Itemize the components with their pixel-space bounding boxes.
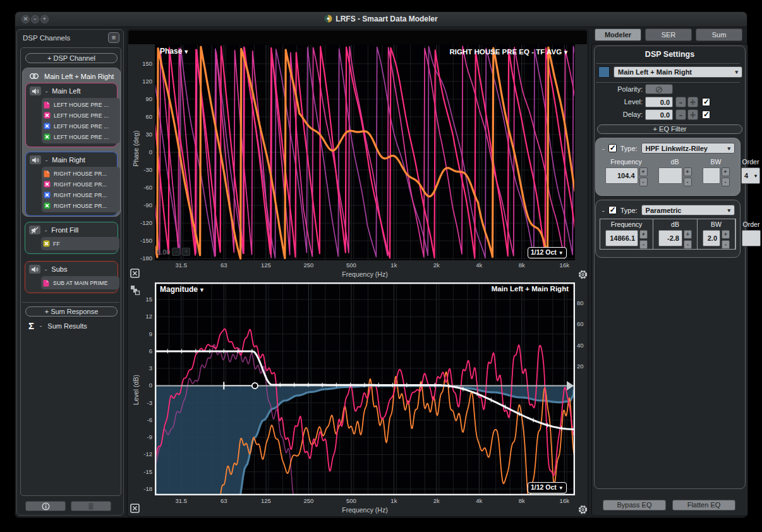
db-field[interactable]: -2.8 — [658, 230, 682, 246]
measurement-item[interactable]: LEFT HOUSE PRE ... — [44, 99, 118, 110]
collapse-dash[interactable]: - — [45, 157, 47, 164]
phase-x-tick: 63 — [221, 262, 227, 269]
measurement-item[interactable]: RIGHT HOUSE PR... — [44, 190, 118, 200]
add-sum-response-button[interactable]: + Sum Response — [25, 306, 118, 317]
db-decrement-button[interactable]: - — [684, 178, 692, 186]
speaker-icon — [32, 157, 39, 164]
tab-ser[interactable]: SER — [645, 28, 692, 41]
order-field[interactable]: 4▾ — [741, 167, 760, 184]
bw-decrement-button[interactable]: - — [722, 178, 730, 186]
delete-button[interactable] — [71, 501, 111, 511]
measurement-item[interactable]: FF — [43, 238, 118, 249]
measurement-item[interactable]: RIGHT HOUSE PR... — [44, 168, 118, 179]
polarity-button[interactable] — [645, 84, 673, 94]
phase-trace-selector[interactable]: RIGHT HOUSE PRE EQ - TF AVG▼ — [449, 48, 569, 56]
frequency-increment-button[interactable]: + — [639, 167, 648, 176]
delay-increment-button[interactable]: + — [687, 109, 698, 120]
close-phase-chart-button[interactable] — [130, 269, 140, 278]
db-decrement-button[interactable]: - — [684, 240, 692, 249]
phase-x-tick: 2k — [433, 262, 440, 269]
collapse-dash[interactable]: - — [45, 227, 47, 234]
db-field[interactable] — [658, 167, 682, 184]
bw-decrement-button[interactable]: - — [722, 240, 730, 249]
phase-offset-control[interactable]: 0.00 - + — [157, 248, 190, 256]
bw-field[interactable]: 2.0 — [703, 230, 720, 246]
channel-group-card[interactable]: Main Left + Main Right-Main LeftLEFT HOU… — [22, 68, 121, 217]
order-field[interactable] — [742, 230, 761, 246]
bw-increment-button[interactable]: + — [722, 230, 730, 239]
channel-select-dropdown[interactable]: Main Left + Main Right▾ — [614, 66, 742, 78]
magnitude-settings-gear-icon[interactable] — [578, 504, 588, 515]
phase-settings-gear-icon[interactable] — [578, 269, 588, 280]
flatten-eq-button[interactable]: Flatten EQ — [672, 500, 735, 511]
frequency-field[interactable]: 14866.1 — [605, 230, 638, 246]
speaker-button[interactable] — [29, 265, 40, 274]
magnitude-right-tick: 20 — [577, 363, 584, 370]
measurement-item[interactable]: RIGHT HOUSE PR... — [44, 200, 118, 211]
phase-x-tick: 500 — [346, 262, 356, 269]
speaker-button[interactable] — [30, 155, 41, 164]
frequency-decrement-button[interactable]: - — [639, 178, 648, 186]
filter-enabled-checkbox[interactable] — [608, 144, 617, 152]
remove-filter-button[interactable]: - — [602, 207, 605, 214]
eq-column-header: Order — [742, 157, 759, 167]
phase-title-dropdown[interactable]: Phase▼ — [160, 47, 189, 56]
delay-decrement-button[interactable]: - — [675, 109, 686, 120]
sidebar-menu-button[interactable]: ≡ — [108, 32, 119, 43]
add-dsp-channel-button[interactable]: + DSP Channel — [25, 53, 118, 63]
sum-results-row[interactable]: Σ-Sum Results — [28, 320, 87, 331]
measurement-item[interactable]: RIGHT HOUSE PR... — [44, 179, 118, 190]
level-label: Level: — [598, 98, 643, 106]
bw-increment-button[interactable]: + — [722, 167, 730, 176]
eq-frequency-handle[interactable] — [252, 383, 258, 389]
measurement-item[interactable]: LEFT HOUSE PRE ... — [44, 131, 118, 142]
level-enabled-checkbox[interactable] — [702, 98, 710, 106]
bypass-eq-button[interactable]: Bypass EQ — [603, 500, 666, 511]
magnitude-plot[interactable] — [155, 282, 575, 495]
eq-filter-card-hpf[interactable]: - Type: HPF Linkwitz-Riley▾ Frequency104… — [595, 138, 741, 196]
phase-y-tick: -30 — [132, 166, 152, 173]
close-magnitude-chart-button[interactable] — [130, 504, 140, 513]
collapse-dash[interactable]: - — [45, 88, 47, 95]
channel-card-main-left[interactable]: -Main LeftLEFT HOUSE PRE ...LEFT HOUSE P… — [25, 83, 118, 147]
db-increment-button[interactable]: + — [684, 167, 692, 176]
measurement-item[interactable]: LEFT HOUSE PRE ... — [44, 110, 118, 121]
phase-smoothing-dropdown[interactable]: 1/12 Oct ▼ — [528, 247, 567, 258]
bw-field[interactable] — [703, 167, 720, 184]
channel-card-subs[interactable]: -SubsSUB AT MAIN PRIME — [25, 261, 118, 293]
level-field[interactable]: 0.0 — [645, 97, 673, 107]
offset-decrement-button[interactable]: - — [172, 248, 180, 256]
offset-increment-button[interactable]: + — [182, 248, 190, 256]
frequency-decrement-button[interactable]: - — [639, 240, 648, 249]
delay-enabled-checkbox[interactable] — [702, 111, 710, 119]
eq-filter-card-parametric[interactable]: - Type: Parametric▾ Frequency14866.1+-dB… — [595, 200, 741, 258]
filter-type-dropdown[interactable]: Parametric▾ — [641, 205, 735, 215]
delay-field[interactable]: 0.0 — [645, 109, 673, 120]
level-increment-button[interactable]: + — [687, 97, 698, 107]
magnitude-smoothing-dropdown[interactable]: 1/12 Oct ▼ — [528, 482, 567, 493]
add-eq-filter-button[interactable]: + EQ Filter — [597, 124, 742, 134]
db-increment-button[interactable]: + — [684, 230, 692, 239]
measurement-item[interactable]: SUB AT MAIN PRIME — [43, 277, 118, 288]
magnitude-right-tick: 40 — [577, 342, 584, 349]
measurement-item[interactable]: LEFT HOUSE PRE ... — [44, 121, 118, 131]
channel-card-front-fill[interactable]: -Front FillFF — [25, 222, 118, 254]
speaker-muted-button[interactable] — [29, 226, 40, 234]
frequency-field[interactable]: 104.4 — [605, 167, 638, 184]
tab-sum[interactable]: Sum — [696, 28, 742, 41]
frequency-increment-button[interactable]: + — [639, 230, 648, 239]
filter-enabled-checkbox[interactable] — [608, 206, 617, 214]
channel-color-swatch[interactable] — [598, 66, 610, 78]
magnitude-title-dropdown[interactable]: Magnitude▼ — [160, 285, 205, 294]
info-button[interactable] — [25, 501, 66, 511]
speaker-button[interactable] — [30, 87, 41, 95]
channel-card-main-right[interactable]: -Main RightRIGHT HOUSE PR...RIGHT HOUSE … — [25, 152, 118, 216]
collapse-dash[interactable]: - — [45, 266, 47, 273]
remove-filter-button[interactable]: - — [602, 145, 605, 152]
title-bar[interactable]: ✕−+ LRFS - Smaart Data Modeler — [15, 12, 747, 27]
level-decrement-button[interactable]: - — [675, 97, 686, 107]
x-icon — [44, 133, 51, 140]
phase-plot[interactable] — [155, 44, 575, 260]
filter-type-dropdown[interactable]: HPF Linkwitz-Riley▾ — [641, 143, 735, 154]
tab-modeler[interactable]: Modeler — [595, 28, 641, 41]
